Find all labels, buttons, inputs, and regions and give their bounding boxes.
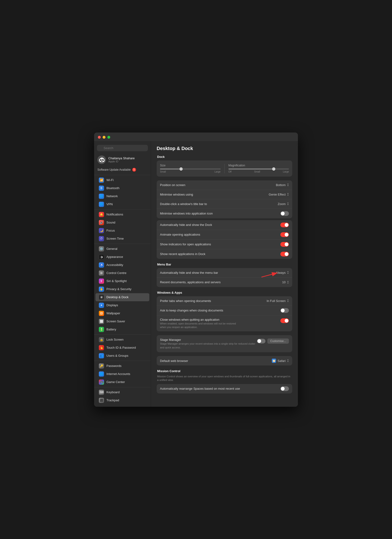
position-label: Position on screen — [160, 183, 185, 187]
minimize-button[interactable] — [103, 136, 105, 139]
autohide-menubar-row: Automatically hide and show the menu bar… — [157, 268, 292, 278]
sidebar-item-screensaver[interactable]: ⬜ Screen Saver — [96, 317, 149, 325]
animate-toggle[interactable] — [280, 232, 289, 237]
software-update-label: Software Update Available — [97, 168, 131, 171]
sidebar-item-touchid[interactable]: 👆 Touch ID & Password — [96, 344, 149, 352]
sidebar-item-accessibility[interactable]: ♿ Accessibility — [96, 261, 149, 269]
sidebar-item-appearance[interactable]: ◑ Appearance — [96, 253, 149, 261]
rearrange-spaces-toggle-knob — [281, 387, 285, 391]
screensaver-icon: ⬜ — [99, 319, 104, 324]
sidebar-item-general[interactable]: ⚙️ General — [96, 245, 149, 253]
rearrange-spaces-toggle[interactable] — [280, 386, 289, 391]
sidebar-item-privacy[interactable]: ✋ Privacy & Security — [96, 285, 149, 293]
wallpaper-icon: 🖼 — [99, 311, 104, 316]
sidebar-item-bluetooth[interactable]: B Bluetooth — [96, 184, 149, 192]
sidebar: 🔍 🐼 Chaitanya Shahare Apple ID Software … — [94, 141, 151, 407]
search-input[interactable] — [97, 145, 148, 151]
mag-slider-thumb[interactable] — [272, 167, 275, 171]
close-button[interactable] — [98, 136, 101, 139]
user-profile[interactable]: 🐼 Chaitanya Shahare Apple ID — [94, 154, 151, 167]
prefer-tabs-label: Prefer tabs when opening documents — [160, 299, 211, 303]
sidebar-label-users: Users & Groups — [106, 354, 128, 357]
mag-slider-container — [229, 168, 289, 169]
controlcentre-icon: ⊞ — [99, 270, 104, 276]
sidebar-item-battery[interactable]: 🔋 Battery — [96, 325, 149, 333]
prefer-tabs-row: Prefer tabs when opening documents In Fu… — [157, 296, 292, 306]
size-slider-thumb[interactable] — [179, 167, 183, 171]
sidebar-item-notifications[interactable]: 🔔 Notifications — [96, 211, 149, 219]
trackpad-icon: ⬛ — [99, 398, 104, 403]
sidebar-item-focus[interactable]: 🌙 Focus — [96, 226, 149, 235]
doubleclick-stepper[interactable]: ▲▼ — [287, 202, 289, 206]
sidebar-label-displays: Displays — [106, 303, 118, 307]
stage-manager-section: Stage Manager Stage Manager arranges you… — [157, 335, 292, 352]
animate-toggle-knob — [285, 233, 288, 236]
close-windows-toggle-knob — [285, 319, 288, 322]
minimise-icon-row: Minimise windows into application icon — [157, 209, 292, 218]
size-small-label: Small — [160, 170, 166, 173]
sidebar-item-vpn[interactable]: 🌐 VPN — [96, 200, 149, 208]
recent-apps-toggle[interactable] — [280, 252, 289, 256]
sidebar-item-desktop[interactable]: 🖥 Desktop & Dock — [96, 293, 149, 301]
sidebar-item-wallpaper[interactable]: 🖼 Wallpaper — [96, 309, 149, 317]
sidebar-item-lockscreen[interactable]: 🔒 Lock Screen — [96, 336, 149, 344]
close-windows-toggle[interactable] — [280, 318, 289, 323]
autohide-menubar-stepper[interactable]: ▲▼ — [287, 271, 289, 274]
sidebar-item-screentime[interactable]: ⏱ Screen Time — [96, 235, 149, 243]
sidebar-item-trackpad[interactable]: ⬛ Trackpad — [96, 396, 149, 404]
sidebar-item-gamecenter[interactable]: 🎮 Game Center — [96, 378, 149, 386]
recent-docs-row: Recent documents, applications and serve… — [157, 278, 292, 287]
sidebar-item-sound[interactable]: 🔊 Sound — [96, 219, 149, 226]
dock-settings-card: Position on screen Bottom ▲▼ Minimise wi… — [157, 180, 292, 218]
windows-section: Windows & Apps Prefer tabs when opening … — [157, 291, 292, 332]
size-slider-track[interactable] — [160, 168, 221, 169]
recent-docs-text: 10 — [282, 280, 286, 284]
titlebar — [94, 133, 298, 141]
sidebar-item-controlcentre[interactable]: ⊞ Control Centre — [96, 269, 149, 277]
position-stepper[interactable]: ▲▼ — [287, 183, 289, 187]
recent-apps-label: Show recent applications in Dock — [160, 252, 206, 256]
position-value: Bottom ▲▼ — [276, 183, 289, 187]
sidebar-item-internet[interactable]: 🌐 Internet Accounts — [96, 370, 149, 378]
sidebar-label-focus: Focus — [106, 229, 115, 232]
sidebar-item-users[interactable]: 👥 Users & Groups — [96, 352, 149, 360]
indicators-toggle[interactable] — [280, 242, 289, 247]
accessibility-icon: ♿ — [99, 262, 104, 268]
users-icon: 👥 — [99, 353, 104, 358]
slider-divider — [225, 164, 225, 173]
appearance-icon: ◑ — [99, 254, 104, 260]
mission-control-section: Mission Control Mission Control shows an… — [157, 369, 292, 394]
autohide-dock-toggle[interactable] — [280, 223, 289, 227]
sidebar-label-battery: Battery — [106, 327, 116, 331]
mag-slider-track[interactable] — [229, 168, 289, 169]
minimise-icon-toggle[interactable] — [280, 211, 289, 216]
maximize-button[interactable] — [107, 136, 110, 139]
minimise-stepper[interactable]: ▲▼ — [287, 192, 289, 196]
network-icon: 🌐 — [99, 194, 104, 199]
magnification-label: Magnification — [229, 164, 289, 167]
sidebar-divider-2 — [94, 209, 151, 210]
customise-button[interactable]: Customise... — [267, 338, 289, 344]
sidebar-label-siri: Siri & Spotlight — [106, 279, 127, 283]
stage-manager-toggle[interactable] — [257, 339, 265, 343]
sidebar-item-network[interactable]: 🌐 Network — [96, 192, 149, 200]
software-update[interactable]: Software Update Available 1 — [94, 167, 151, 174]
sidebar-item-passwords[interactable]: 🔑 Passwords — [96, 362, 149, 370]
sidebar-item-wifi[interactable]: 📶 Wi-Fi — [96, 176, 149, 184]
recent-docs-stepper[interactable]: ▲▼ — [287, 280, 289, 284]
sidebar-item-keyboard[interactable]: ⌨ Keyboard — [96, 388, 149, 396]
sidebar-divider-1 — [94, 175, 151, 175]
browser-stepper[interactable]: ▲▼ — [287, 359, 289, 363]
siri-icon: 🎙 — [99, 279, 104, 284]
sidebar-item-displays[interactable]: ✦ Displays — [96, 301, 149, 309]
sidebar-divider-5 — [94, 361, 151, 361]
sidebar-label-keyboard: Keyboard — [106, 390, 120, 394]
sidebar-item-siri[interactable]: 🎙 Siri & Spotlight — [96, 277, 149, 285]
sidebar-divider-4 — [94, 334, 151, 335]
internet-icon: 🌐 — [99, 371, 104, 377]
sidebar-label-screentime: Screen Time — [106, 237, 124, 240]
ask-keep-toggle[interactable] — [280, 308, 289, 313]
prefer-tabs-stepper[interactable]: ▲▼ — [287, 299, 289, 303]
close-windows-row: Close windows when quitting an applicati… — [157, 315, 292, 332]
sound-icon: 🔊 — [99, 220, 104, 225]
